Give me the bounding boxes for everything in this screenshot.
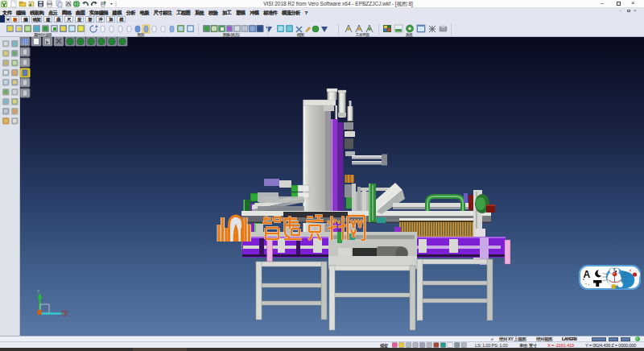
svg-text:A: A	[584, 269, 591, 280]
